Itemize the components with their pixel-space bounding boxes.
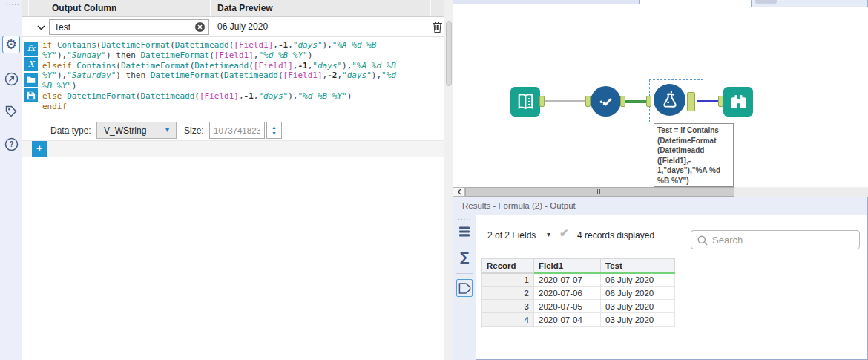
- sigma-icon: ∑: [460, 251, 469, 264]
- column-header-test[interactable]: Test: [601, 259, 675, 273]
- size-stepper[interactable]: ▲ ▼: [266, 122, 282, 139]
- check-icon: [596, 92, 616, 111]
- search-box[interactable]: [691, 230, 860, 249]
- workflow-canvas[interactable]: Test = if Contains(DatetimeFormat(Dateti…: [453, 0, 868, 187]
- check-icon: ✔: [559, 226, 569, 240]
- input-anchor[interactable]: [585, 96, 591, 107]
- table-row[interactable]: 32020-07-0503 July 2020: [482, 300, 675, 313]
- chevron-left-icon: [457, 189, 461, 195]
- config-side-toolbar: ..... ⚙ ?: [0, 0, 22, 360]
- annotation-tab[interactable]: [2, 102, 20, 120]
- data-type-select[interactable]: V_WString ▾: [96, 122, 177, 139]
- data-type-value: V_WString: [104, 125, 146, 136]
- data-type-row: Data type: V_WString ▾ Size: ▲ ▼: [22, 121, 444, 140]
- table-header-row: RecordField1Test: [482, 259, 675, 273]
- save-icon: [27, 91, 36, 100]
- trash-icon: [432, 21, 443, 33]
- column-header-field1[interactable]: Field1: [534, 259, 601, 273]
- help-tab[interactable]: ?: [2, 135, 20, 153]
- output-column-header: Output Column: [52, 3, 116, 13]
- formula-tool[interactable]: [654, 84, 685, 116]
- select-tool[interactable]: [591, 86, 621, 117]
- output-anchor[interactable]: [539, 96, 545, 107]
- output-column-name-input[interactable]: [49, 19, 209, 35]
- row-drag-grip[interactable]: [24, 24, 33, 31]
- chevron-down-icon: ▾: [165, 125, 169, 134]
- variables-button[interactable]: X: [24, 57, 38, 71]
- records-summary: 4 records displayed: [577, 230, 654, 240]
- canvas-h-scrollbar[interactable]: [453, 187, 868, 197]
- tag-icon: [4, 104, 19, 119]
- save-expression-button[interactable]: [24, 88, 38, 102]
- formula-config-panel: Output Column Data Preview 06 July 2020 …: [22, 0, 444, 360]
- results-side-toolbar: ..... ∑: [453, 215, 476, 360]
- panel-tab-remnant[interactable]: [751, 0, 868, 7]
- table-row[interactable]: 12020-07-0706 July 2020: [482, 273, 675, 287]
- size-label: Size:: [184, 125, 204, 136]
- connection-wire-gray: [545, 100, 591, 102]
- folder-icon: [27, 76, 36, 84]
- help-icon: ?: [4, 137, 19, 152]
- output-anchor[interactable]: [687, 92, 695, 111]
- expression-row: 06 July 2020: [22, 17, 444, 37]
- chevron-down-icon: [37, 25, 45, 30]
- size-input[interactable]: [209, 122, 265, 139]
- fx-icon: fx: [27, 45, 35, 53]
- results-panel: Results - Formula (2) - Output ..... ∑ 2…: [453, 197, 868, 360]
- data-preview-header: Data Preview: [217, 3, 273, 13]
- gear-icon: ⚙: [5, 38, 17, 51]
- table-row[interactable]: 42020-07-0403 July 2020: [482, 313, 675, 327]
- expression-list-header: Output Column Data Preview: [22, 0, 444, 17]
- scroll-left-button[interactable]: [453, 187, 465, 197]
- input-anchor[interactable]: [646, 96, 651, 107]
- expression-editor[interactable]: fx X if Contains(DatetimeFormat(Datetime…: [22, 37, 444, 121]
- chevron-down-icon[interactable]: ▾: [547, 230, 550, 238]
- search-input[interactable]: [712, 232, 857, 248]
- input-anchor[interactable]: [718, 96, 723, 107]
- drag-handle-dots[interactable]: .....: [458, 213, 472, 221]
- column-header-record[interactable]: Record: [482, 259, 534, 273]
- formula-code[interactable]: if Contains(DatetimeFormat(Datetimeadd([…: [42, 40, 396, 112]
- results-table: RecordField1Test 12020-07-0706 July 2020…: [481, 258, 675, 327]
- clear-name-button[interactable]: [195, 22, 205, 32]
- config-scrollbar-thumb[interactable]: [446, 21, 452, 86]
- grid-view-button[interactable]: [456, 223, 473, 240]
- config-scrollbar[interactable]: [444, 0, 453, 360]
- delete-expression-button[interactable]: [432, 21, 444, 33]
- fields-summary[interactable]: 2 of 2 Fields: [487, 230, 536, 240]
- scrollbar-thumb[interactable]: [465, 187, 734, 197]
- open-expression-button[interactable]: [24, 73, 38, 87]
- binoculars-icon: [729, 92, 749, 112]
- functions-button[interactable]: fx: [24, 42, 38, 56]
- book-icon: [516, 92, 536, 112]
- text-input-tool[interactable]: [510, 87, 540, 117]
- data-preview-value: 06 July 2020: [217, 22, 268, 32]
- pentagon-tag-icon: [458, 282, 472, 295]
- metadata-view-button[interactable]: ∑: [456, 248, 473, 266]
- configuration-tab[interactable]: ⚙: [2, 36, 20, 53]
- drag-handle-dots[interactable]: .....: [6, 0, 20, 7]
- editor-toolbar: fx X: [24, 42, 38, 104]
- workflow-tab-remnant[interactable]: [545, 0, 640, 4]
- output-anchor[interactable]: [620, 96, 625, 107]
- rows-icon: [458, 226, 470, 238]
- navigation-tab[interactable]: [2, 70, 20, 88]
- flask-icon: [660, 90, 680, 111]
- spinner-down-icon: ▼: [272, 131, 277, 137]
- add-expression-button[interactable]: +: [32, 141, 47, 157]
- collapse-expression-button[interactable]: [35, 23, 47, 32]
- browse-tool[interactable]: [723, 87, 753, 117]
- data-type-label: Data type:: [50, 125, 91, 136]
- x-icon: X: [28, 60, 34, 68]
- arrow-circle-icon: [4, 71, 19, 87]
- table-row[interactable]: 22020-07-0606 July 2020: [482, 287, 675, 300]
- svg-text:?: ?: [9, 140, 13, 148]
- spinner-up-icon: ▲: [272, 125, 277, 131]
- workflow-tab-remnant[interactable]: [453, 0, 545, 4]
- data-view-button[interactable]: [456, 279, 473, 297]
- results-toolbar: 2 of 2 Fields ▾ ✔ 4 records displayed: [476, 215, 867, 254]
- formula-annotation[interactable]: Test = if Contains(DatetimeFormat(Dateti…: [654, 123, 734, 187]
- alteryx-designer-window: ..... ⚙ ? Output Column Data Preview: [0, 0, 868, 360]
- close-icon: [197, 24, 203, 30]
- add-expression-row: +: [22, 140, 444, 157]
